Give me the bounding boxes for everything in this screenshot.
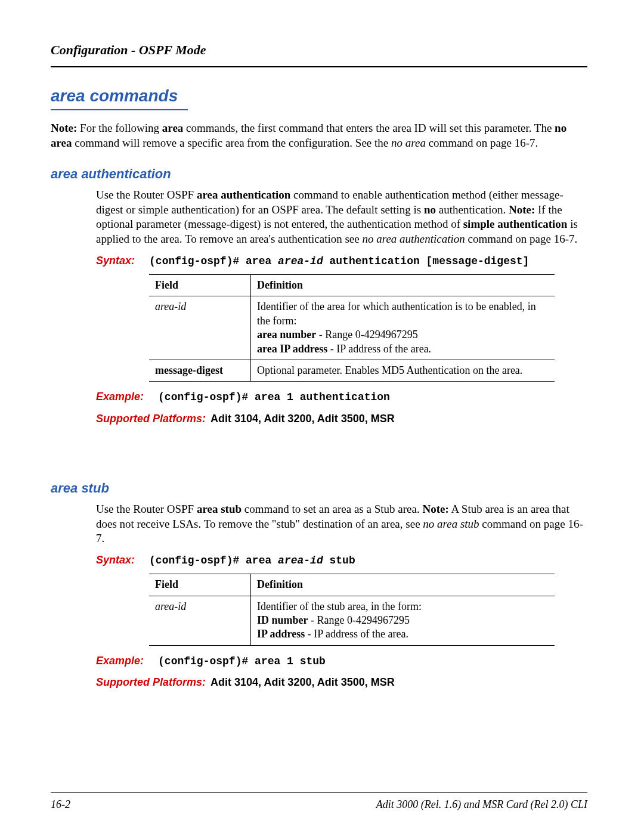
table-header-row: Field Definition [149, 574, 555, 596]
auth-r2-field: message-digest [149, 360, 251, 382]
auth-syntax-row: Syntax: (config-ospf)# area area-id auth… [96, 254, 587, 268]
subhead-area-authentication: area authentication [51, 166, 587, 183]
stub-example-cmd: (config-ospf)# area 1 stub [158, 655, 326, 668]
auth-r1-t2: - IP address of the area. [327, 343, 431, 355]
header-rule [51, 66, 587, 67]
auth-example-row: Example: (config-ospf)# area 1 authentic… [96, 390, 587, 404]
intro-text-4: command on page 16-7. [426, 137, 538, 149]
auth-platforms-value: Adit 3104, Adit 3200, Adit 3500, MSR [210, 412, 395, 426]
intro-text-2: commands, the first command that enters … [183, 122, 555, 134]
stub-syntax-areaid: area-id [278, 555, 323, 566]
auth-p2b: simple authentication [463, 218, 568, 230]
stub-syntax-pre: (config-ospf)# area [149, 555, 278, 566]
table-row: message-digest Optional parameter. Enabl… [149, 360, 555, 382]
auth-r2-def: Optional parameter. Enables MD5 Authenti… [251, 360, 555, 382]
intro-text-1: For the following [77, 122, 162, 134]
stub-definition-table: Field Definition area-id Identifier of t… [149, 574, 555, 646]
auth-syntax-areaid: area-id [278, 255, 323, 267]
subhead-area-stub: area stub [51, 480, 587, 497]
stub-r1-line1: Identifier of the stub area, in the form… [257, 600, 422, 612]
section-title-underline [51, 109, 188, 110]
page-running-head: Configuration - OSPF Mode [51, 42, 587, 59]
auth-r1-def: Identifier of the area for which authent… [251, 296, 555, 360]
stub-r1-b2: IP address [257, 628, 305, 640]
stub-paragraph: Use the Router OSPF area stub command to… [96, 502, 587, 546]
example-label: Example: [96, 654, 144, 668]
auth-example-cmd: (config-ospf)# area 1 authentication [158, 391, 390, 404]
stub-r1-t1: - Range 0-4294967295 [308, 614, 410, 626]
auth-syntax-pre: (config-ospf)# area [149, 255, 278, 267]
auth-platforms-text: Adit 3104, Adit 3200, Adit 3500, MSR [210, 413, 395, 425]
intro-text-3: command will remove a specific area from… [72, 137, 392, 149]
stub-r1-field: area-id [149, 596, 251, 645]
auth-syntax-post: authentication [message-digest] [323, 255, 530, 267]
stub-platforms-value: Adit 3104, Adit 3200, Adit 3500, MSR [210, 676, 395, 689]
footer-page-number: 16-2 [51, 798, 70, 812]
example-label: Example: [96, 390, 144, 404]
stub-r1-b1: ID number [257, 614, 308, 626]
auth-p1e: authentication. [436, 203, 509, 216]
auth-r1-b2: area IP address [257, 343, 327, 355]
auth-r1-b1: area number [257, 329, 316, 340]
stub-p1c: command to set an area as a Stub area. [242, 503, 422, 515]
note-label: Note: [51, 122, 77, 134]
stub-syntax-post: stub [323, 555, 355, 566]
intro-bold-area: area [162, 122, 184, 134]
section-intro: Note: For the following area commands, t… [51, 121, 587, 150]
auth-note-label: Note: [509, 203, 535, 216]
page-footer: 16-2 Adit 3000 (Rel. 1.6) and MSR Card (… [51, 792, 587, 812]
stub-p1a: Use the Router OSPF [96, 503, 197, 515]
syntax-label: Syntax: [96, 553, 135, 567]
table-header-row: Field Definition [149, 275, 555, 296]
supported-platforms-label: Supported Platforms: [96, 412, 206, 426]
auth-th-definition: Definition [251, 275, 555, 296]
stub-r1-t2: - IP address of the area. [305, 628, 408, 640]
supported-platforms-label: Supported Platforms: [96, 676, 206, 689]
auth-r1-field: area-id [149, 296, 251, 360]
auth-p1a: Use the Router OSPF [96, 188, 197, 201]
syntax-label: Syntax: [96, 254, 135, 268]
table-row: area-id Identifier of the stub area, in … [149, 596, 555, 645]
stub-th-field: Field [149, 574, 251, 596]
section-title-area-commands: area commands [51, 85, 587, 107]
auth-r1-t1: - Range 0-4294967295 [316, 329, 417, 340]
stub-p1b: area stub [197, 503, 242, 515]
auth-p1b: area authentication [197, 188, 290, 201]
stub-r1-def: Identifier of the stub area, in the form… [251, 596, 555, 645]
auth-r1-line1: Identifier of the area for which authent… [257, 301, 536, 326]
intro-italic-noarea: no area [391, 137, 426, 149]
table-row: area-id Identifier of the area for which… [149, 296, 555, 360]
auth-p2e: command on page 16-7. [465, 233, 577, 245]
stub-note-label: Note: [422, 503, 448, 515]
auth-syntax-command: (config-ospf)# area area-id authenticati… [149, 255, 529, 268]
auth-th-field: Field [149, 275, 251, 296]
stub-platforms-text: Adit 3104, Adit 3200, Adit 3500, MSR [210, 676, 395, 688]
auth-paragraph: Use the Router OSPF area authentication … [96, 188, 587, 247]
stub-syntax-command: (config-ospf)# area area-id stub [149, 554, 355, 568]
auth-p1d: no [424, 203, 436, 216]
stub-example-row: Example: (config-ospf)# area 1 stub [96, 654, 587, 668]
stub-th-definition: Definition [251, 574, 555, 596]
stub-platforms-row: Supported Platforms: Adit 3104, Adit 320… [96, 676, 587, 689]
auth-definition-table: Field Definition area-id Identifier of t… [149, 274, 555, 382]
stub-p1e: no area stub [423, 518, 479, 530]
stub-syntax-row: Syntax: (config-ospf)# area area-id stub [96, 553, 587, 568]
auth-platforms-row: Supported Platforms: Adit 3104, Adit 320… [96, 412, 587, 426]
footer-doc-title: Adit 3000 (Rel. 1.6) and MSR Card (Rel 2… [376, 798, 587, 812]
auth-p2d: no area authentication [362, 233, 465, 245]
